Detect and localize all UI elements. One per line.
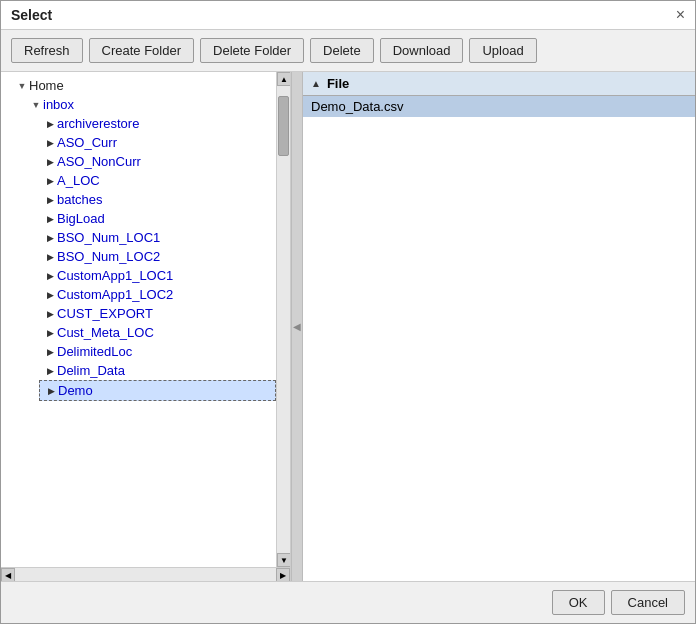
- tree-panel: Home inbox archiverestore ASO_Curr: [1, 72, 291, 581]
- archiverestore-arrow: [43, 117, 57, 131]
- aso-curr-arrow: [43, 136, 57, 150]
- customapp1-loc2-label: CustomApp1_LOC2: [57, 287, 173, 302]
- file-panel: ▲ File Demo_Data.csv: [303, 72, 695, 581]
- footer: OK Cancel: [1, 581, 695, 623]
- tree-item-bso-num-loc1[interactable]: BSO_Num_LOC1: [39, 228, 276, 247]
- inbox-expand-arrow: [29, 98, 43, 112]
- cust-meta-loc-arrow: [43, 326, 57, 340]
- tree-item-cust-meta-loc[interactable]: Cust_Meta_LOC: [39, 323, 276, 342]
- customapp1-loc1-arrow: [43, 269, 57, 283]
- bso-num-loc2-arrow: [43, 250, 57, 264]
- tree-scroll-up[interactable]: ▲: [277, 72, 290, 86]
- create-folder-button[interactable]: Create Folder: [89, 38, 194, 63]
- tree-item-bso-num-loc2[interactable]: BSO_Num_LOC2: [39, 247, 276, 266]
- tree-item-batches[interactable]: batches: [39, 190, 276, 209]
- demo-arrow: [44, 384, 58, 398]
- download-button[interactable]: Download: [380, 38, 464, 63]
- batches-arrow: [43, 193, 57, 207]
- tree-item-archiverestore[interactable]: archiverestore: [39, 114, 276, 133]
- inbox-label: inbox: [43, 97, 74, 112]
- file-header: ▲ File: [303, 72, 695, 96]
- tree-item-a-loc[interactable]: A_LOC: [39, 171, 276, 190]
- demo-label: Demo: [58, 383, 93, 398]
- customapp1-loc1-label: CustomApp1_LOC1: [57, 268, 173, 283]
- home-expand-arrow: [15, 79, 29, 93]
- delim-data-label: Delim_Data: [57, 363, 125, 378]
- delete-button[interactable]: Delete: [310, 38, 374, 63]
- main-area: Home inbox archiverestore ASO_Curr: [1, 72, 695, 581]
- tree-horiz-track: [15, 568, 276, 581]
- tree-scroll[interactable]: Home inbox archiverestore ASO_Curr: [1, 72, 276, 567]
- bigload-label: BigLoad: [57, 211, 105, 226]
- refresh-button[interactable]: Refresh: [11, 38, 83, 63]
- bso-num-loc1-arrow: [43, 231, 57, 245]
- file-header-label: File: [327, 76, 349, 91]
- tree-item-customapp1-loc2[interactable]: CustomApp1_LOC2: [39, 285, 276, 304]
- tree-item-demo[interactable]: Demo: [39, 380, 276, 401]
- cancel-button[interactable]: Cancel: [611, 590, 685, 615]
- tree-scroll-track: [277, 86, 290, 553]
- toolbar: Refresh Create Folder Delete Folder Dele…: [1, 30, 695, 72]
- tree-horiz-scroll[interactable]: ◀ ▶: [1, 567, 290, 581]
- tree-item-bigload[interactable]: BigLoad: [39, 209, 276, 228]
- cust-export-arrow: [43, 307, 57, 321]
- splitter-handle[interactable]: ◀: [291, 72, 303, 581]
- a-loc-label: A_LOC: [57, 173, 100, 188]
- upload-button[interactable]: Upload: [469, 38, 536, 63]
- tree-item-delimitedloc[interactable]: DelimitedLoc: [39, 342, 276, 361]
- close-button[interactable]: ×: [676, 7, 685, 23]
- aso-curr-label: ASO_Curr: [57, 135, 117, 150]
- file-item-demo-data[interactable]: Demo_Data.csv: [303, 96, 695, 117]
- tree-item-delim-data[interactable]: Delim_Data: [39, 361, 276, 380]
- tree-scroll-right[interactable]: ▶: [276, 568, 290, 581]
- bigload-arrow: [43, 212, 57, 226]
- a-loc-arrow: [43, 174, 57, 188]
- tree-item-inbox[interactable]: inbox: [25, 95, 276, 114]
- archiverestore-label: archiverestore: [57, 116, 139, 131]
- delimitedloc-label: DelimitedLoc: [57, 344, 132, 359]
- tree-item-cust-export[interactable]: CUST_EXPORT: [39, 304, 276, 323]
- cust-export-label: CUST_EXPORT: [57, 306, 153, 321]
- file-list[interactable]: Demo_Data.csv: [303, 96, 695, 581]
- bso-num-loc1-label: BSO_Num_LOC1: [57, 230, 160, 245]
- file-sort-arrow[interactable]: ▲: [311, 78, 321, 89]
- cust-meta-loc-label: Cust_Meta_LOC: [57, 325, 154, 340]
- delim-data-arrow: [43, 364, 57, 378]
- tree-scroll-thumb[interactable]: [278, 96, 289, 156]
- aso-noncurr-arrow: [43, 155, 57, 169]
- aso-noncurr-label: ASO_NonCurr: [57, 154, 141, 169]
- title-bar: Select ×: [1, 1, 695, 30]
- tree-scrollbar[interactable]: ▲ ▼: [276, 72, 290, 567]
- batches-label: batches: [57, 192, 103, 207]
- select-dialog: Select × Refresh Create Folder Delete Fo…: [0, 0, 696, 624]
- home-label: Home: [29, 78, 64, 93]
- tree-item-aso-noncurr[interactable]: ASO_NonCurr: [39, 152, 276, 171]
- file-item-label: Demo_Data.csv: [311, 99, 403, 114]
- dialog-title: Select: [11, 7, 52, 23]
- customapp1-loc2-arrow: [43, 288, 57, 302]
- bso-num-loc2-label: BSO_Num_LOC2: [57, 249, 160, 264]
- tree-item-home[interactable]: Home: [11, 76, 276, 95]
- tree-item-aso-curr[interactable]: ASO_Curr: [39, 133, 276, 152]
- delete-folder-button[interactable]: Delete Folder: [200, 38, 304, 63]
- ok-button[interactable]: OK: [552, 590, 605, 615]
- delimitedloc-arrow: [43, 345, 57, 359]
- tree-scroll-left[interactable]: ◀: [1, 568, 15, 581]
- tree-scroll-down[interactable]: ▼: [277, 553, 290, 567]
- tree-item-customapp1-loc1[interactable]: CustomApp1_LOC1: [39, 266, 276, 285]
